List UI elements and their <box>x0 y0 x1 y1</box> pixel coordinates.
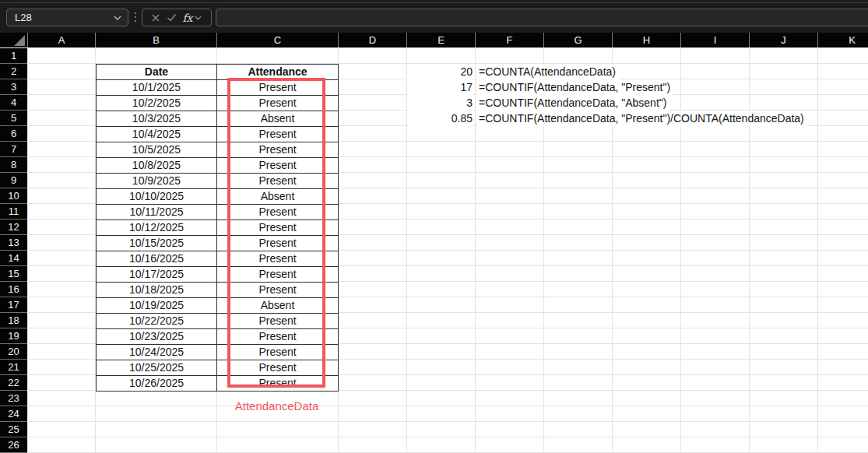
row-header-10[interactable]: 10 <box>0 188 27 204</box>
table-row: 10/15/2025Present <box>97 236 338 251</box>
sheet-grid[interactable]: 1234567891011121314151617181920212223242… <box>0 48 868 453</box>
attendance-cell[interactable]: Present <box>217 360 338 375</box>
attendance-cell[interactable]: Absent <box>217 298 338 313</box>
row-header-15[interactable]: 15 <box>0 266 27 282</box>
row-header-25[interactable]: 25 <box>0 422 27 437</box>
date-cell[interactable]: 10/10/2025 <box>97 189 217 204</box>
row-header-16[interactable]: 16 <box>0 282 27 297</box>
toolbar-top-divider <box>0 2 868 3</box>
row-header-6[interactable]: 6 <box>0 126 27 142</box>
row-header-12[interactable]: 12 <box>0 219 27 235</box>
formula-row: 17=COUNTIF(AttendanceData, "Present") <box>0 79 868 95</box>
column-header-B[interactable]: B <box>96 33 217 47</box>
date-cell[interactable]: 10/12/2025 <box>97 220 217 235</box>
table-row: 10/17/2025Present <box>97 267 338 283</box>
row-header-11[interactable]: 11 <box>0 204 27 219</box>
formula-text-cell[interactable]: =COUNTA(AttendanceData) <box>477 64 619 79</box>
confirm-icon[interactable] <box>167 13 177 22</box>
attendance-cell[interactable]: Present <box>217 376 338 391</box>
formula-row: 3=COUNTIF(AttendanceData, "Absent") <box>0 95 868 111</box>
attendance-cell[interactable]: Present <box>217 251 338 266</box>
formula-text-cell[interactable]: =COUNTIF(AttendanceData, "Present") <box>477 79 673 95</box>
row-header-14[interactable]: 14 <box>0 251 27 266</box>
date-cell[interactable]: 10/5/2025 <box>97 142 217 157</box>
date-cell[interactable]: 10/19/2025 <box>97 298 217 313</box>
fx-icon: fx <box>182 12 192 23</box>
attendance-cell[interactable]: Absent <box>217 189 338 204</box>
result-value-cell[interactable]: 0.85 <box>407 111 473 126</box>
formula-text-cell[interactable]: =COUNTIF(AttendanceData, "Absent") <box>477 95 669 111</box>
row-header-9[interactable]: 9 <box>0 173 27 188</box>
attendance-cell[interactable]: Present <box>217 267 338 282</box>
formula-toolbar: L28 fx <box>0 0 868 33</box>
table-row: 10/24/2025Present <box>97 345 338 360</box>
column-header-E[interactable]: E <box>407 33 476 47</box>
row-header-19[interactable]: 19 <box>0 328 27 344</box>
row-header-26[interactable]: 26 <box>0 437 27 453</box>
row-header-20[interactable]: 20 <box>0 344 27 360</box>
column-header-D[interactable]: D <box>339 33 407 47</box>
date-cell[interactable]: 10/16/2025 <box>97 251 217 266</box>
date-cell[interactable]: 10/22/2025 <box>97 314 217 328</box>
result-value-cell[interactable]: 17 <box>407 79 473 95</box>
column-header-G[interactable]: G <box>544 33 613 47</box>
formula-row: 0.85=COUNTIF(AttendanceData, "Present")/… <box>0 111 868 126</box>
formula-bar-input[interactable] <box>216 9 868 26</box>
attendance-cell[interactable]: Present <box>217 174 338 188</box>
date-cell[interactable]: 10/25/2025 <box>97 360 217 375</box>
date-cell[interactable]: 10/18/2025 <box>97 283 217 297</box>
more-options-icon[interactable] <box>133 9 138 25</box>
table-row: 10/4/2025Present <box>97 127 338 142</box>
date-cell[interactable]: 10/23/2025 <box>97 329 217 344</box>
row-header-7[interactable]: 7 <box>0 142 27 157</box>
name-box[interactable]: L28 <box>6 9 128 26</box>
column-header-K[interactable]: K <box>818 33 868 47</box>
formula-text-cell[interactable]: =COUNTIF(AttendanceData, "Present")/COUN… <box>477 111 807 126</box>
attendance-cell[interactable]: Present <box>217 345 338 360</box>
date-cell[interactable]: 10/4/2025 <box>97 127 217 142</box>
attendance-cell[interactable]: Present <box>217 314 338 328</box>
date-cell[interactable]: 10/26/2025 <box>97 376 217 391</box>
column-header-C[interactable]: C <box>217 33 339 47</box>
row-header-22[interactable]: 22 <box>0 375 27 391</box>
cancel-icon[interactable] <box>151 13 160 23</box>
row-header-8[interactable]: 8 <box>0 157 27 173</box>
attendance-cell[interactable]: Present <box>217 220 338 235</box>
date-cell[interactable]: 10/15/2025 <box>97 236 217 251</box>
attendance-cell[interactable]: Present <box>217 329 338 344</box>
date-cell[interactable]: 10/17/2025 <box>97 267 217 282</box>
table-row: 10/5/2025Present <box>97 142 338 158</box>
date-cell[interactable]: 10/11/2025 <box>97 205 217 219</box>
column-header-F[interactable]: F <box>476 33 544 47</box>
result-value-cell[interactable]: 20 <box>407 64 473 79</box>
table-row: 10/10/2025Absent <box>97 189 338 205</box>
attendance-cell[interactable]: Present <box>217 283 338 297</box>
row-header-18[interactable]: 18 <box>0 313 27 328</box>
column-header-H[interactable]: H <box>613 33 681 47</box>
row-header-1[interactable]: 1 <box>0 48 27 64</box>
attendance-cell[interactable]: Present <box>217 158 338 173</box>
column-header-A[interactable]: A <box>28 33 96 47</box>
row-header-24[interactable]: 24 <box>0 406 27 422</box>
date-cell[interactable]: 10/8/2025 <box>97 158 217 173</box>
attendance-cell[interactable]: Present <box>217 236 338 251</box>
insert-function-button[interactable]: fx <box>182 12 202 23</box>
attendance-cell[interactable]: Present <box>217 127 338 142</box>
table-row: 10/23/2025Present <box>97 329 338 345</box>
table-row: 10/11/2025Present <box>97 205 338 220</box>
table-row: 10/18/2025Present <box>97 283 338 298</box>
date-cell[interactable]: 10/24/2025 <box>97 345 217 360</box>
column-header-I[interactable]: I <box>681 33 750 47</box>
result-value-cell[interactable]: 3 <box>407 95 473 111</box>
row-header-21[interactable]: 21 <box>0 360 27 375</box>
attendance-cell[interactable]: Present <box>217 205 338 219</box>
column-header-J[interactable]: J <box>750 33 818 47</box>
select-all-button[interactable] <box>0 33 28 47</box>
row-header-17[interactable]: 17 <box>0 297 27 313</box>
row-header-23[interactable]: 23 <box>0 391 27 406</box>
row-header-13[interactable]: 13 <box>0 235 27 251</box>
table-row: 10/16/2025Present <box>97 251 338 267</box>
table-row: 10/8/2025Present <box>97 158 338 174</box>
attendance-cell[interactable]: Present <box>217 142 338 157</box>
date-cell[interactable]: 10/9/2025 <box>97 174 217 188</box>
